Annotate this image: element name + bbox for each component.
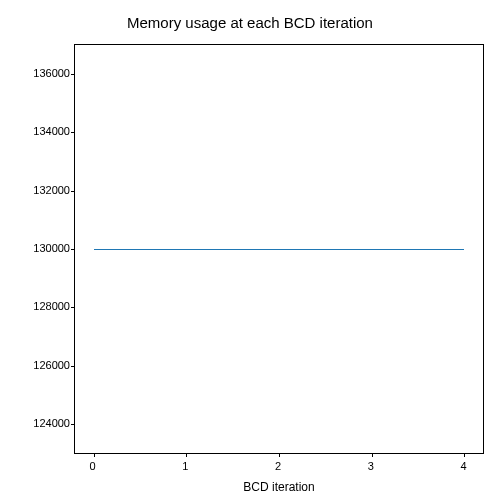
y-tick-mark (71, 307, 75, 308)
x-axis-label: BCD iteration (74, 480, 484, 494)
y-tick-label: 126000 (10, 359, 70, 371)
y-tick-label: 132000 (10, 184, 70, 196)
x-tick-label: 1 (170, 460, 200, 472)
x-tick-label: 0 (78, 460, 108, 472)
y-tick-mark (71, 191, 75, 192)
memory-usage-chart: Memory usage at each BCD iteration BCD i… (0, 0, 500, 500)
plot-area (74, 44, 484, 454)
x-tick-label: 4 (448, 460, 478, 472)
memory-line (94, 249, 465, 250)
y-tick-label: 128000 (10, 300, 70, 312)
y-tick-mark (71, 74, 75, 75)
y-tick-label: 134000 (10, 125, 70, 137)
y-tick-label: 130000 (10, 242, 70, 254)
y-tick-mark (71, 249, 75, 250)
y-tick-mark (71, 424, 75, 425)
chart-title: Memory usage at each BCD iteration (0, 14, 500, 31)
x-tick-mark (94, 453, 95, 457)
x-tick-mark (279, 453, 280, 457)
x-tick-label: 3 (356, 460, 386, 472)
y-tick-label: 124000 (10, 417, 70, 429)
y-tick-mark (71, 132, 75, 133)
y-tick-mark (71, 366, 75, 367)
x-tick-mark (464, 453, 465, 457)
y-tick-label: 136000 (10, 67, 70, 79)
x-tick-mark (186, 453, 187, 457)
x-tick-mark (372, 453, 373, 457)
x-tick-label: 2 (263, 460, 293, 472)
